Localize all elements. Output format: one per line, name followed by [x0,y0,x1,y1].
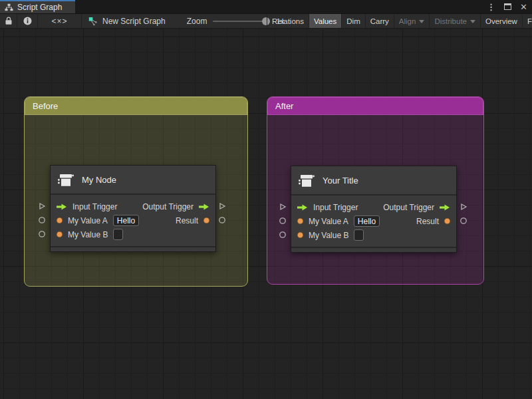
toolbar-toggles: Relations Values Dim Carry Align Distrib… [267,14,532,28]
node-title: Your Title [323,176,358,186]
distribute-dropdown[interactable]: Distribute [429,14,480,28]
value-input-port-icon[interactable] [56,217,63,224]
node-my-node[interactable]: My Node Input Trigger Output Trigger [50,165,216,252]
value-input-port-icon[interactable] [56,231,63,238]
port-label: Result [416,217,439,226]
node-header[interactable]: My Node [51,166,215,195]
outer-value-input-port[interactable] [279,231,287,239]
node-your-title[interactable]: Your Title Input Trigger Output Trigger [291,166,457,253]
inspector-button[interactable] [17,14,38,28]
port-label: My Value B [68,230,108,239]
values-toggle[interactable]: Values [309,14,341,28]
group-title: Before [33,101,58,111]
code-view-button[interactable]: <×> [38,14,82,28]
zoom-slider[interactable] [213,17,270,26]
window-controls: ⋮ ✕ [487,0,527,13]
unit-icon [57,171,74,188]
port-label: Output Trigger [383,203,434,212]
outer-flow-input-port[interactable] [37,201,47,211]
zoom-label: Zoom [187,17,207,26]
flow-input-port-icon[interactable] [56,203,68,211]
value-b-field[interactable] [113,229,123,240]
new-script-graph-button[interactable]: New Script Graph [82,14,172,28]
node-footer [291,247,456,252]
node-body: Input Trigger Output Trigger [51,195,215,246]
port-label: Input Trigger [72,202,117,211]
group-title: After [275,101,293,111]
node-header[interactable]: Your Title [291,166,456,196]
value-a-field[interactable]: Hello [113,215,139,226]
relations-toggle[interactable]: Relations [267,14,309,28]
info-icon [23,17,32,25]
port-label: Result [176,216,198,225]
outer-flow-output-port[interactable] [217,201,227,211]
graph-hierarchy-icon [5,3,13,11]
value-output-port-icon[interactable] [203,217,210,224]
group-after-header[interactable]: After [267,97,483,115]
outer-value-input-port[interactable] [279,217,287,225]
port-label: My Value A [68,216,108,225]
tab-bar: Script Graph ⋮ ✕ [0,0,532,13]
outer-value-input-port[interactable] [38,230,46,238]
dropdown-caret-icon [470,20,475,23]
graph-canvas[interactable]: Before After My Node [0,29,532,399]
dropdown-caret-icon [419,20,424,23]
value-input-port-icon[interactable] [297,231,304,239]
outer-flow-output-port[interactable] [459,202,468,211]
carry-toggle[interactable]: Carry [365,14,394,28]
port-label: My Value B [309,231,348,240]
node-title: My Node [82,175,116,185]
value-b-field[interactable] [354,229,364,241]
script-graph-window: Script Graph ⋮ ✕ <×> [0,0,532,399]
value-input-port-icon[interactable] [297,217,304,225]
flow-output-port-icon[interactable] [439,203,451,211]
group-before-header[interactable]: Before [25,97,247,115]
code-icon: <×> [51,17,67,26]
unit-icon [298,172,315,189]
graph-asset-name: New Script Graph [102,17,166,26]
full-screen-button[interactable]: Full Screen [522,14,532,28]
close-icon[interactable]: ✕ [520,3,527,11]
lock-icon [5,17,13,25]
tab-title: Script Graph [17,3,62,12]
flow-input-port-icon[interactable] [297,203,309,211]
overview-button[interactable]: Overview [480,14,522,28]
dim-toggle[interactable]: Dim [341,14,364,28]
outer-flow-input-port[interactable] [278,202,287,211]
lock-button[interactable] [0,14,17,28]
value-a-field[interactable]: Hello [354,215,380,227]
flow-output-port-icon[interactable] [198,203,210,211]
outer-value-output-port[interactable] [460,217,467,225]
outer-value-input-port[interactable] [38,216,46,224]
align-dropdown[interactable]: Align [394,14,430,28]
port-label: My Value A [309,217,348,226]
graph-asset-icon [88,17,98,26]
toolbar: <×> New Script Graph Zoom 1x Relations [0,13,532,29]
port-label: Input Trigger [313,203,358,212]
node-body: Input Trigger Output Trigger [291,196,456,247]
port-label: Output Trigger [142,202,194,211]
tab-script-graph[interactable]: Script Graph [0,0,75,13]
outer-value-output-port[interactable] [218,216,226,224]
maximize-icon[interactable] [504,3,511,10]
node-footer [51,246,215,251]
menu-icon[interactable]: ⋮ [487,3,495,11]
value-output-port-icon[interactable] [444,217,451,225]
